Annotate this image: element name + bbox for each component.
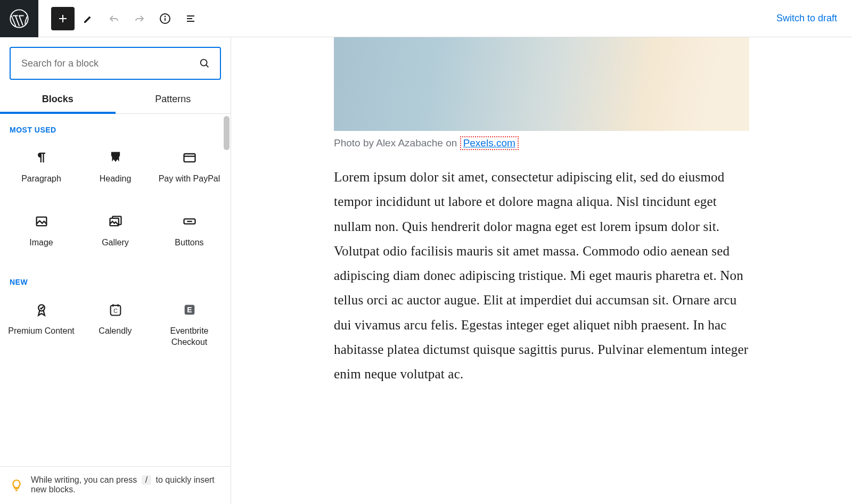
inserter-tabs: Blocks Patterns bbox=[0, 86, 231, 114]
svg-line-5 bbox=[206, 65, 208, 67]
document: Photo by Alex Azabache on Pexels.com Lor… bbox=[334, 37, 749, 504]
caption-text: Photo by Alex Azabache on bbox=[334, 137, 460, 148]
info-button[interactable] bbox=[153, 7, 177, 30]
outline-button[interactable] bbox=[179, 7, 202, 30]
redo-button[interactable] bbox=[128, 7, 151, 30]
caption-link-highlight: Pexels.com bbox=[460, 136, 519, 150]
block-search[interactable] bbox=[10, 47, 221, 80]
svg-point-3 bbox=[165, 16, 166, 16]
calendar-icon: C bbox=[108, 302, 123, 317]
add-block-button[interactable] bbox=[51, 7, 75, 30]
tab-patterns[interactable]: Patterns bbox=[116, 86, 231, 113]
lightbulb-icon bbox=[10, 478, 23, 492]
slash-key: / bbox=[142, 475, 151, 485]
paragraph-block[interactable]: Lorem ipsum dolor sit amet, consectetur … bbox=[334, 165, 749, 386]
caption-link[interactable]: Pexels.com bbox=[463, 137, 515, 148]
tip-text: While writing, you can press / to quickl… bbox=[31, 475, 221, 494]
block-calendly[interactable]: C Calendly bbox=[78, 291, 152, 357]
image-caption[interactable]: Photo by Alex Azabache on Pexels.com bbox=[334, 136, 749, 150]
toolbar bbox=[38, 7, 202, 30]
block-inserter-panel: Blocks Patterns MOST USED Paragraph bbox=[0, 37, 231, 504]
block-heading[interactable]: Heading bbox=[78, 138, 152, 202]
tab-blocks[interactable]: Blocks bbox=[0, 86, 116, 113]
editor-canvas[interactable]: Photo by Alex Azabache on Pexels.com Lor… bbox=[231, 37, 852, 504]
ribbon-icon bbox=[34, 302, 49, 317]
svg-text:C: C bbox=[113, 308, 118, 314]
blocks-list: MOST USED Paragraph Heading bbox=[0, 114, 231, 466]
svg-text:E: E bbox=[187, 305, 192, 314]
undo-button[interactable] bbox=[102, 7, 126, 30]
heading-icon bbox=[108, 150, 123, 165]
eventbrite-icon: E bbox=[182, 302, 197, 317]
block-label: Calendly bbox=[99, 326, 132, 337]
tip-bar: While writing, you can press / to quickl… bbox=[0, 466, 231, 504]
block-search-input[interactable] bbox=[20, 57, 199, 70]
search-icon bbox=[199, 57, 210, 69]
svg-point-4 bbox=[201, 60, 207, 66]
block-eventbrite[interactable]: E Eventbrite Checkout bbox=[152, 291, 226, 357]
switch-to-draft-link[interactable]: Switch to draft bbox=[776, 13, 852, 24]
edit-mode-button[interactable] bbox=[77, 7, 100, 30]
block-label: Eventbrite Checkout bbox=[155, 326, 223, 348]
featured-image[interactable] bbox=[334, 37, 749, 131]
block-label: Premium Content bbox=[8, 326, 75, 337]
wordpress-logo[interactable] bbox=[0, 0, 38, 37]
block-premium-content[interactable]: Premium Content bbox=[4, 291, 78, 357]
editor-topbar: Switch to draft bbox=[0, 0, 852, 37]
